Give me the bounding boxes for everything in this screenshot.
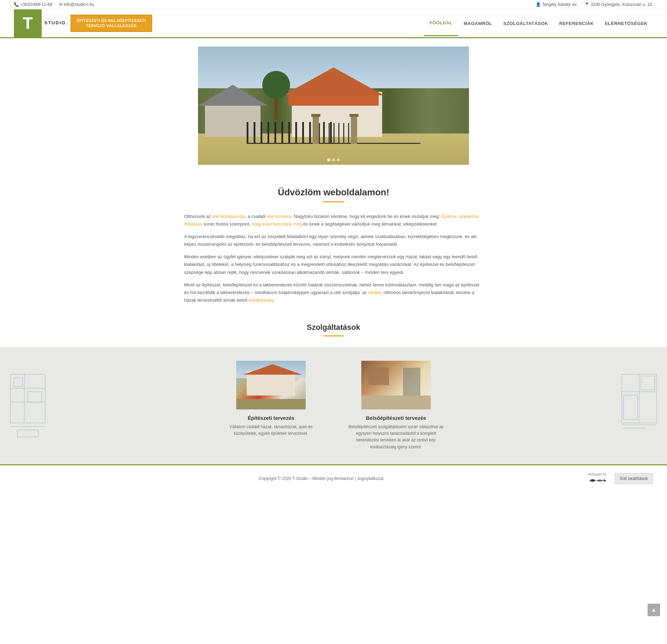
hero-dots bbox=[327, 158, 340, 161]
nav-item-szolgaltatasok[interactable]: SZOLGÁLTATÁSOK bbox=[498, 10, 554, 36]
email-icon: ✉ bbox=[59, 2, 63, 7]
svg-rect-4 bbox=[14, 378, 23, 386]
email-link[interactable]: info@studio-t.hu bbox=[64, 2, 94, 7]
main-nav: FŐOLDAL MAGAMRÓL SZOLGÁLTATÁSOK REFERENC… bbox=[424, 10, 653, 36]
tree-canopy bbox=[262, 71, 290, 99]
svg-rect-12 bbox=[641, 376, 655, 390]
services-underline bbox=[323, 335, 344, 336]
service-title-1: Építészeti tervezés bbox=[222, 415, 320, 421]
logo-box: T bbox=[14, 9, 42, 37]
footer: Copyright © 2020 T-Studio – Minden jog f… bbox=[0, 464, 667, 492]
gate-pillar-left bbox=[313, 116, 319, 144]
welcome-paragraph3: Minden esetben az ügyfél igényei, elképz… bbox=[184, 253, 483, 276]
services-grid: Építészeti tervezés Vállalom családi ház… bbox=[177, 361, 490, 450]
welcome-underline bbox=[323, 201, 344, 202]
welcome-title: Üdvözlöm weboldalamon! bbox=[184, 187, 483, 198]
tagline-line1: ÉPÍTÉSZETI ÉS BELSŐÉPÍTÉSZETI bbox=[77, 18, 146, 23]
service-image-1 bbox=[236, 361, 306, 409]
hero-section bbox=[0, 38, 667, 173]
svg-rect-7 bbox=[17, 430, 38, 437]
logo-area[interactable]: T STUDIO. bbox=[14, 9, 68, 37]
person-icon: 👤 bbox=[536, 2, 541, 7]
welcome-paragraph2: A legszerencsésebb megoldás, ha ezt az ö… bbox=[184, 233, 483, 248]
phone-icon: 📞 bbox=[14, 2, 19, 7]
top-bar-right: 👤 Tengely Sándor ev. 📍 3200 Gyöngyös, Ko… bbox=[536, 2, 653, 7]
nav-item-fooldal[interactable]: FŐOLDAL bbox=[424, 10, 458, 36]
blueprint-left bbox=[7, 371, 49, 440]
logo-bottom: STUDIO. bbox=[42, 20, 68, 27]
hero-dot-2[interactable] bbox=[332, 158, 335, 161]
nav-item-magamrol[interactable]: MAGAMRÓL bbox=[458, 10, 498, 36]
blueprint-right bbox=[618, 371, 660, 440]
svg-rect-5 bbox=[28, 392, 42, 402]
top-bar-left: 📞 +3620/488-11-69 ✉ info@studio-t.hu bbox=[14, 2, 94, 7]
service-desc-1: Vállalom családi házak, társasházak, ipa… bbox=[222, 424, 320, 437]
address-info: 📍 3200 Gyöngyös, Kolozsvári u. 15. bbox=[584, 2, 653, 7]
person-info: 👤 Tengely Sándor ev. bbox=[536, 2, 577, 7]
services-background: Építészeti tervezés Vállalom családi ház… bbox=[0, 347, 667, 464]
svg-point-15 bbox=[590, 479, 591, 480]
service-item-1: Építészeti tervezés Vállalom családi ház… bbox=[222, 361, 320, 450]
welcome-section: Üdvözlöm weboldalamon! Otthonunk az élet… bbox=[177, 173, 490, 316]
logo-letter: T bbox=[23, 15, 33, 32]
welcome-paragraph4: Mivel az építészet, belsőépítészet és a … bbox=[184, 281, 483, 304]
gate-pillar-right-cap bbox=[349, 114, 359, 117]
hero-dot-1[interactable] bbox=[327, 158, 330, 161]
service-title-2: Belsőépítészeti tervezés bbox=[347, 415, 445, 421]
service-item-2: Belsőépítészeti tervezés Belsőépítészeti… bbox=[347, 361, 445, 450]
gate-bars bbox=[319, 123, 351, 144]
service-image-2 bbox=[361, 361, 431, 409]
webpage-by-area: webpage by bbox=[587, 472, 608, 485]
logo-studio-text: STUDIO. bbox=[43, 20, 68, 27]
services-section-wrapper: Szolgáltatások bbox=[0, 316, 667, 464]
services-heading-area: Szolgáltatások bbox=[0, 316, 667, 336]
svg-rect-11 bbox=[624, 395, 637, 419]
top-bar: 📞 +3620/488-11-69 ✉ info@studio-t.hu 👤 T… bbox=[0, 0, 667, 9]
tagline-box: ÉPÍTÉSZETI ÉS BELSŐÉPÍTÉSZETI TERVEZŐ VÁ… bbox=[71, 15, 152, 32]
tagline-line2: TERVEZŐ VÁLLALKOZÁS bbox=[77, 23, 146, 28]
header: T STUDIO. ÉPÍTÉSZETI ÉS BELSŐÉPÍTÉSZETI … bbox=[0, 9, 667, 38]
phone-info: 📞 +3620/488-11-69 bbox=[14, 2, 52, 7]
fish-logo bbox=[587, 476, 608, 485]
location-icon: 📍 bbox=[584, 2, 590, 7]
webpage-by-label: webpage by bbox=[588, 472, 607, 476]
footer-copyright: Copyright © 2020 T-Studio – Minden jog f… bbox=[56, 476, 587, 481]
service-desc-2: Belsőépítészeti szolgáltatásaim során vá… bbox=[347, 424, 445, 450]
gate-pillar-left-cap bbox=[311, 114, 320, 117]
cookie-settings-button[interactable]: Süti beállítások bbox=[615, 473, 653, 484]
nav-item-referenciak[interactable]: REFERENCIÁK bbox=[554, 10, 599, 36]
email-info[interactable]: ✉ info@studio-t.hu bbox=[59, 2, 94, 7]
house-left-roof bbox=[198, 85, 267, 106]
hero-image-container bbox=[198, 47, 469, 165]
footer-right: webpage by Süti beállítások bbox=[587, 472, 653, 485]
gate-pillar-right bbox=[351, 116, 357, 144]
hero-dot-3[interactable] bbox=[337, 158, 340, 161]
house-main-roof-hip bbox=[288, 95, 379, 106]
welcome-paragraph1: Otthonunk az élet középpontja, a családi… bbox=[184, 213, 483, 228]
services-title: Szolgáltatások bbox=[0, 323, 667, 332]
house-main-roof bbox=[283, 67, 384, 95]
nav-item-elerhetosegek[interactable]: ELÉRHETŐSÉGEK bbox=[599, 10, 653, 36]
